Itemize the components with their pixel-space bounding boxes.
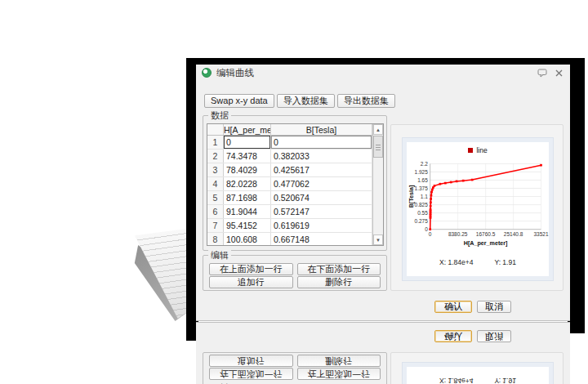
svg-text:1.375: 1.375 [415,185,429,191]
dialog-shadow-backdrop-left [186,321,198,341]
table-row: 587.16980.520674 [207,191,383,205]
svg-text:25140.8: 25140.8 [504,231,523,237]
chart-panel: line 00.2750.550.8251.11.3751.651.9252.2… [390,124,564,291]
row-number[interactable]: 7 [207,219,224,232]
table-header-row: H[A_per_meter] B[Tesla] [207,124,383,136]
column-header-b[interactable]: B[Tesla] [271,124,372,135]
delete-row-button[interactable]: 删除行 [297,276,381,288]
add-row-above-button[interactable]: 在上面添加一行 [209,263,293,275]
edit-buttons: 在上面添加一行 在下面添加一行 追加行 删除行 [209,263,381,287]
svg-text:33521: 33521 [533,231,548,237]
row-number[interactable]: 5 [207,191,224,204]
svg-text:1.65: 1.65 [417,177,428,183]
legend-series-marker-icon [468,148,473,153]
row-number[interactable]: 2 [207,150,224,163]
table-body: 100274.34780.382033378.40290.425617482.0… [207,136,383,246]
data-group: 数据 H[A_per_meter] B[Tesla] 100274.34780.… [203,115,387,251]
cursor-readout: X: 1.84e+4 Y: 1.91 [407,258,549,266]
cell-b-value[interactable]: 0.520674 [271,191,372,204]
cell-b-value[interactable]: 0.572147 [271,205,372,218]
delete-row-button: 删除行 [297,355,381,367]
edit-curve-dialog: 编辑曲线 Swap x-y data 导入数据集 导出数据集 数据 [196,322,570,384]
add-row-below-button: 在下面添加一行 [297,368,381,380]
confirm-button: 确认 [434,330,472,342]
scrollbar-down-button[interactable]: ▼ [373,234,383,245]
append-row-button[interactable]: 追加行 [209,276,293,288]
cell-b-value[interactable]: 0.477062 [271,177,372,190]
svg-text:2.2: 2.2 [421,161,428,167]
edit-group-label: 编辑 [208,250,231,260]
table-row: 691.90440.572147 [207,205,383,219]
svg-text:B[Tesla]: B[Tesla] [408,185,415,208]
table-row: 378.40290.425617 [207,163,383,177]
cell-b-value[interactable]: 0.425617 [271,163,372,176]
append-row-button: 追加行 [209,355,293,367]
dialog-titlebar[interactable]: 编辑曲线 [196,65,570,81]
svg-text:0.55: 0.55 [417,210,428,216]
confirm-button[interactable]: 确认 [434,301,472,313]
svg-text:H[A_per_meter]: H[A_per_meter] [464,240,508,247]
scrollbar-up-button[interactable]: ▲ [373,124,383,135]
cell-h-value[interactable]: 0 [224,136,271,149]
chart-plot-area: line 00.2750.550.8251.11.3751.651.9252.2… [407,367,549,384]
row-number[interactable]: 3 [207,163,224,176]
cursor-x-readout: X: 1.84e+4 [439,377,473,384]
table-scrollbar[interactable]: ▲ ▼ [372,124,383,245]
cursor-x-readout: X: 1.84e+4 [439,258,473,266]
cell-b-value[interactable]: 0.619619 [271,219,372,232]
svg-text:0: 0 [429,231,432,237]
bh-curve-chart[interactable]: 00.2750.550.8251.11.3751.651.9252.208380… [407,155,550,257]
close-icon[interactable] [555,69,564,78]
svg-text:0.825: 0.825 [415,202,429,208]
edit-group: 编辑 在上面添加一行 在下面添加一行 追加行 删除行 [203,352,387,384]
cell-b-value[interactable]: 0 [271,136,372,149]
chart-legend: line [407,145,549,155]
table-row: 482.02280.477062 [207,177,383,191]
row-number[interactable]: 8 [207,233,224,246]
row-number[interactable]: 1 [207,136,224,149]
corner-header-cell [207,124,224,135]
import-dataset-button[interactable]: 导入数据集 [277,94,335,108]
chart-card: line 00.2750.550.8251.11.3751.651.9252.2… [402,137,554,281]
cell-h-value[interactable]: 87.1698 [224,191,271,204]
cell-h-value[interactable]: 78.4029 [224,163,271,176]
cell-h-value[interactable]: 95.4152 [224,219,271,232]
table-row: 8100.6080.667148 [207,233,383,246]
scrollbar-thumb[interactable] [373,136,383,158]
svg-text:1.925: 1.925 [415,169,429,175]
chart-plot-area[interactable]: line 00.2750.550.8251.11.3751.651.9252.2… [407,142,549,276]
edit-curve-dialog: 编辑曲线 Swap x-y data 导入数据集 导出数据集 数据 [196,65,570,321]
column-header-h[interactable]: H[A_per_meter] [224,124,271,135]
row-number[interactable]: 4 [207,177,224,190]
cursor-readout: X: 1.84e+4 Y: 1.91 [407,377,549,384]
cell-h-value[interactable]: 82.0228 [224,177,271,190]
chart-card: line 00.2750.550.8251.11.3751.651.9252.2… [402,362,554,384]
cell-h-value[interactable]: 74.3478 [224,150,271,163]
swap-xy-button[interactable]: Swap x-y data [204,94,274,108]
data-group-label: 数据 [208,110,231,120]
add-row-below-button[interactable]: 在下面添加一行 [297,263,381,275]
cell-h-value[interactable]: 91.9044 [224,205,271,218]
page-canvas: 编辑曲线 Swap x-y data 导入数据集 导出数据集 数据 [0,0,588,384]
row-number[interactable]: 6 [207,205,224,218]
cell-h-value[interactable]: 100.608 [224,233,271,246]
dialog-reflection: 编辑曲线 Swap x-y data 导入数据集 导出数据集 数据 [196,322,570,384]
table-row: 795.41520.619619 [207,219,383,233]
chart-panel: line 00.2750.550.8251.11.3751.651.9252.2… [390,352,564,384]
cell-b-value[interactable]: 0.382033 [271,150,372,163]
table-row: 100 [207,136,383,150]
cancel-button: 取消 [477,330,511,342]
export-dataset-button[interactable]: 导出数据集 [337,94,395,108]
dialog-toolbar: Swap x-y data 导入数据集 导出数据集 [204,94,395,108]
app-logo-icon [202,68,212,78]
edit-buttons: 在上面添加一行 在下面添加一行 追加行 删除行 [209,356,381,380]
svg-text:1.1: 1.1 [421,194,428,199]
help-comment-icon[interactable] [537,69,547,78]
edit-group: 编辑 在上面添加一行 在下面添加一行 追加行 删除行 [203,255,387,291]
table-row: 274.34780.382033 [207,150,383,163]
cell-b-value[interactable]: 0.667148 [271,233,372,246]
add-row-above-button: 在上面添加一行 [209,368,293,380]
dialog-shadow-backdrop-right [568,321,585,333]
svg-text:0.275: 0.275 [415,218,429,224]
cancel-button[interactable]: 取消 [477,301,511,313]
